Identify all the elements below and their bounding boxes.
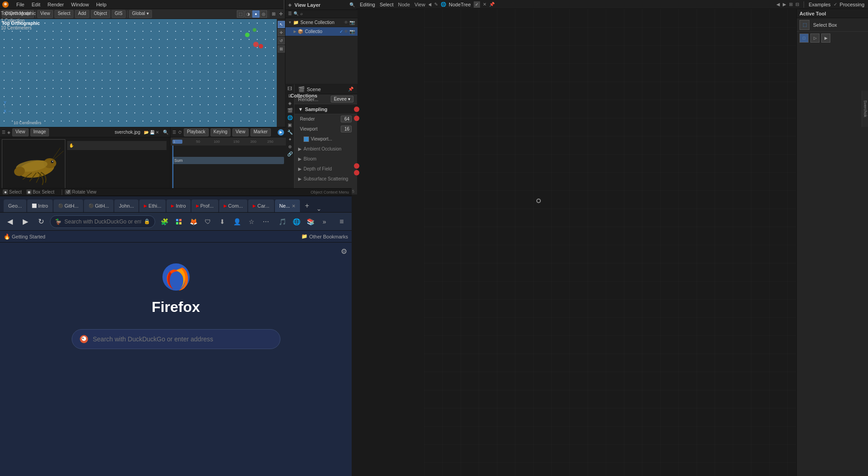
tab-github2[interactable]: ⚫GitH... <box>84 199 113 212</box>
shading-rendered-btn[interactable]: ◎ <box>260 10 267 18</box>
render-engine-dropdown[interactable]: Eevee ▾ <box>331 96 353 102</box>
tab-john[interactable]: John... <box>114 199 138 212</box>
select-mode-add-icon[interactable]: ▷ <box>810 34 819 43</box>
view-layer-search-icon[interactable]: 🔍 <box>349 2 355 7</box>
select-btn[interactable]: Select <box>54 10 74 18</box>
tab-ethi[interactable]: ▶Ethi... <box>139 199 166 212</box>
newtab-search-bar[interactable] <box>72 329 280 349</box>
tab-intro2[interactable]: ▶Intro <box>167 199 190 212</box>
menu-help[interactable]: Help <box>93 1 109 8</box>
getting-started-bm[interactable]: 🔥 Getting Started <box>4 233 45 240</box>
shading-material-btn[interactable]: ● <box>252 10 260 18</box>
tab-prof[interactable]: ▶Prof... <box>191 199 218 212</box>
more-extensions-btn[interactable]: » <box>318 215 331 228</box>
ie-save-icon[interactable]: 💾 <box>150 130 155 135</box>
ie-open-icon[interactable]: 📂 <box>144 130 149 135</box>
menu-window[interactable]: Window <box>69 1 92 8</box>
scene-pin-icon[interactable]: 📌 <box>348 87 353 92</box>
hand-cursor-icon[interactable]: ✋ <box>69 143 74 148</box>
node-label[interactable]: Node <box>398 2 410 7</box>
ao-section[interactable]: ▶ Ambient Occlusion <box>294 144 357 154</box>
viewport-overlay-btn[interactable]: ⊞ <box>270 11 277 16</box>
marker-btn[interactable]: Marker <box>250 128 271 136</box>
menu-edit[interactable]: Edit <box>29 1 43 8</box>
newtab-search-input[interactable] <box>93 335 273 343</box>
download-btn[interactable]: ⬇ <box>216 215 229 228</box>
node-extras-icon2[interactable]: ▶ <box>783 2 786 7</box>
gis-btn[interactable]: GIS <box>112 10 126 18</box>
dof-section[interactable]: ▶ Depth of Field <box>294 164 357 174</box>
render-value[interactable]: 64 <box>341 116 352 122</box>
rotate-tool[interactable]: ↺ <box>278 37 285 44</box>
refresh-btn[interactable]: ↻ <box>34 215 47 228</box>
back-btn[interactable]: ◀ <box>4 215 16 228</box>
bookmark-star-btn[interactable]: ☆ <box>245 215 258 228</box>
particles-props-icon[interactable]: ✦ <box>287 137 293 143</box>
add-btn[interactable]: Add <box>75 10 89 18</box>
scale-tool[interactable]: ⊠ <box>278 45 285 53</box>
viewport-gizmo-btn[interactable]: ✛ <box>278 11 284 16</box>
physics-props-icon[interactable]: ⊕ <box>287 144 293 151</box>
node-extras-icon3[interactable]: ⊞ <box>789 2 793 7</box>
tab-close-icon[interactable]: ✕ <box>292 204 295 209</box>
select-mode-set-icon[interactable]: □ <box>799 34 809 43</box>
cursor-tool[interactable]: ↖ <box>278 21 285 28</box>
container-btn[interactable] <box>172 215 185 228</box>
collection-visible-icon[interactable]: ✓ <box>339 29 343 34</box>
visibility-icon[interactable]: 👁 <box>344 20 348 25</box>
node-extras-icon1[interactable]: ◀ <box>776 2 780 7</box>
select-mode-sub-icon[interactable]: ▶ <box>821 34 830 43</box>
sampling-section[interactable]: ▼ Sampling <box>294 104 357 114</box>
play-btn[interactable]: ▶ <box>278 129 284 136</box>
scene-props-icon[interactable]: 🎬 <box>287 108 293 114</box>
move-tool[interactable]: ✛ <box>278 29 285 36</box>
view-btn[interactable]: View <box>37 10 54 18</box>
shading-wire-btn[interactable]: ⬚ <box>237 10 244 18</box>
extensions-btn[interactable]: 🧩 <box>158 215 171 228</box>
menu-render[interactable]: Render <box>45 1 67 8</box>
global-btn[interactable]: Global ▾ <box>129 10 152 18</box>
extra-btn-2[interactable]: 🌐 <box>290 215 303 228</box>
url-input[interactable] <box>64 219 141 225</box>
node-tree-x-icon[interactable]: ✕ <box>483 2 486 7</box>
tab-car[interactable]: ▶Car... <box>248 199 274 212</box>
object-props-icon[interactable]: ▣ <box>287 122 293 129</box>
tab-intro1[interactable]: ⬜Intro <box>27 199 53 212</box>
more-btn[interactable]: ⋯ <box>260 215 272 228</box>
current-frame[interactable]: 1 <box>172 140 182 144</box>
tab-com[interactable]: ▶Com... <box>219 199 247 212</box>
sss-section[interactable]: ▶ Subsurface Scattering <box>294 174 357 184</box>
view-mode-dropdown[interactable]: Object Mode <box>2 10 34 18</box>
collection-render-icon[interactable]: 📷 <box>349 29 355 34</box>
timeline-view-btn[interactable]: View <box>232 128 249 136</box>
node-extras-icon4[interactable]: ⊟ <box>795 2 799 7</box>
collection-visibility-icon[interactable]: 👁 <box>344 29 348 34</box>
keying-btn[interactable]: Keying <box>211 128 231 136</box>
outliner-collection-row[interactable]: ▶ 📦 Collectio ✓ 👁 📷 <box>285 27 358 36</box>
viewport-3d[interactable]: Top Orthographic Y ↑ X → 10 Centimeters … <box>0 19 286 127</box>
tab-github1[interactable]: ⚫GitH... <box>54 199 83 212</box>
ie-close-icon[interactable]: ✕ <box>156 130 159 135</box>
bloom-section[interactable]: ▶ Bloom <box>294 154 357 164</box>
view-label[interactable]: View <box>415 2 426 7</box>
node-editor-area[interactable] <box>424 9 796 476</box>
hamburger-menu-btn[interactable]: ≡ <box>335 215 348 228</box>
outliner-scene-collection[interactable]: ▼ 📁 Scene Collection 👁 📷 <box>285 18 358 27</box>
viewport-value[interactable]: 16 <box>341 126 352 132</box>
editing-label[interactable]: Editing <box>360 2 375 7</box>
object-btn[interactable]: Object <box>91 10 110 18</box>
menu-file[interactable]: File <box>14 1 27 8</box>
ie-zoom-icon[interactable]: 🔍 <box>163 130 168 135</box>
constraints-props-icon[interactable]: 🔗 <box>287 151 293 158</box>
shield-btn[interactable]: 🛡 <box>201 215 214 228</box>
new-tab-btn[interactable]: + <box>301 199 314 212</box>
shading-solid-btn[interactable]: ◑ <box>245 10 252 18</box>
view-layer-props-icon[interactable]: ◈ <box>287 101 293 107</box>
firefox-icon-btn[interactable]: 🦊 <box>187 215 200 228</box>
ie-view-btn[interactable]: View <box>12 128 29 136</box>
node-tree-pin-icon[interactable]: 📌 <box>489 2 495 7</box>
newtab-settings-icon[interactable]: ⚙ <box>341 247 347 256</box>
modifier-props-icon[interactable]: 🔧 <box>287 130 293 136</box>
render-props-icon[interactable]: 🎞 <box>287 86 293 92</box>
world-props-icon[interactable]: 🌐 <box>287 115 293 121</box>
